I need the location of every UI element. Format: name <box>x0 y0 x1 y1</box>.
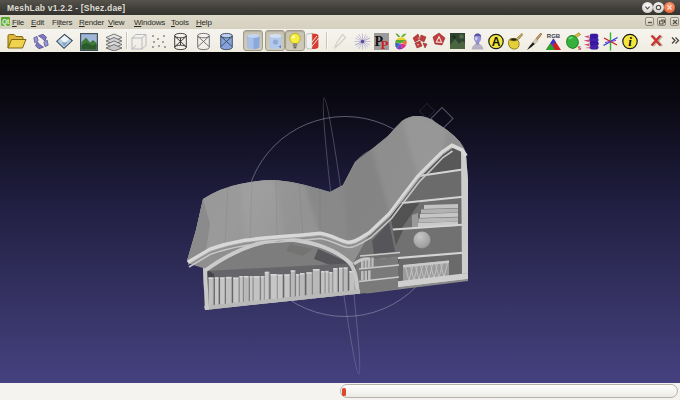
svg-text:RGB: RGB <box>547 33 561 39</box>
svg-text:P: P <box>381 37 389 50</box>
svg-text:i: i <box>628 34 632 49</box>
svg-text:Qt: Qt <box>2 18 10 26</box>
svg-text:s: s <box>578 43 581 51</box>
svg-text:A: A <box>492 35 501 49</box>
